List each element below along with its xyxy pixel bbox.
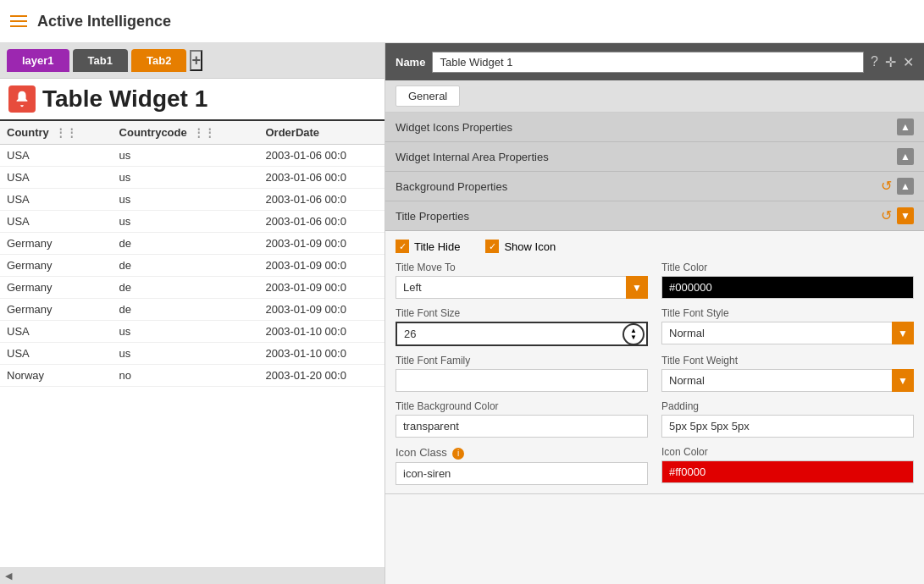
icon-class-input[interactable] <box>396 462 648 485</box>
section-widget-icons[interactable]: Widget Icons Properties ▲ <box>385 113 924 142</box>
table-cell: Germany <box>0 277 113 299</box>
table-cell: us <box>113 145 259 167</box>
icon-class-field: Icon Class i <box>396 446 648 485</box>
table-cell: 2003-01-06 00:0 <box>259 211 385 233</box>
section-widget-icons-label: Widget Icons Properties <box>396 121 897 134</box>
data-table-wrap[interactable]: Country ⋮⋮ Countrycode ⋮⋮ OrderDate USAu… <box>0 121 385 567</box>
panel-content[interactable]: Widget Icons Properties ▲ Widget Interna… <box>385 113 924 584</box>
section-title-props-chevron[interactable]: ▼ <box>897 207 914 224</box>
panel-header-icons: ? ✛ ✕ <box>871 54 914 70</box>
title-font-weight-select-wrap: Normal Bold Bolder Lighter ▼ <box>661 369 914 392</box>
section-title-props-controls: ↺ ▼ <box>881 207 914 224</box>
section-background-controls: ↺ ▲ <box>881 178 914 195</box>
drag-handle-countrycode[interactable]: ⋮⋮ <box>193 126 215 139</box>
table-cell: USA <box>0 211 113 233</box>
title-color-input[interactable] <box>661 276 914 299</box>
table-row: Germanyde2003-01-09 00:0 <box>0 233 385 255</box>
widget-header: Table Widget 1 <box>0 79 385 121</box>
help-icon[interactable]: ? <box>871 54 878 70</box>
title-font-style-select[interactable]: Normal Italic Oblique <box>661 322 914 344</box>
section-title-props-label: Title Properties <box>396 210 881 223</box>
section-background-refresh[interactable]: ↺ <box>881 178 892 195</box>
general-tab-button[interactable]: General <box>396 85 460 107</box>
icon-class-info-icon[interactable]: i <box>452 448 464 460</box>
title-move-to-label: Title Move To <box>396 262 648 273</box>
table-cell: 2003-01-09 00:0 <box>259 255 385 277</box>
table-row: USAus2003-01-06 00:0 <box>0 211 385 233</box>
col-header-orderdate: OrderDate <box>259 121 385 145</box>
section-widget-internal[interactable]: Widget Internal Area Properties ▲ <box>385 142 924 172</box>
section-background-chevron[interactable]: ▲ <box>897 178 914 195</box>
table-cell: 2003-01-06 00:0 <box>259 145 385 167</box>
title-font-family-input[interactable] <box>396 369 648 392</box>
table-cell: de <box>113 299 259 321</box>
drag-handle-country[interactable]: ⋮⋮ <box>55 126 77 139</box>
icon-class-label: Icon Class i <box>396 446 648 460</box>
table-cell: de <box>113 233 259 255</box>
padding-input[interactable] <box>661 415 914 438</box>
table-cell: 2003-01-06 00:0 <box>259 189 385 211</box>
form-grid: Title Move To Left Center Right ▼ Ti <box>396 262 914 485</box>
main-layout: layer1 Tab1 Tab2 + Table Widget 1 Countr… <box>0 43 924 584</box>
table-cell: USA <box>0 321 113 343</box>
table-row: Norwayno2003-01-20 00:0 <box>0 365 385 387</box>
data-table: Country ⋮⋮ Countrycode ⋮⋮ OrderDate USAu… <box>0 121 385 387</box>
show-icon-label: Show Icon <box>504 240 556 253</box>
title-hide-checkbox[interactable]: ✓ Title Hide <box>396 240 460 253</box>
move-icon[interactable]: ✛ <box>885 54 896 70</box>
title-move-to-select[interactable]: Left Center Right <box>396 276 648 299</box>
close-icon[interactable]: ✕ <box>903 54 914 70</box>
title-move-to-select-wrap: Left Center Right ▼ <box>396 276 648 299</box>
table-row: Germanyde2003-01-09 00:0 <box>0 255 385 277</box>
tab-layer1[interactable]: layer1 <box>7 49 69 72</box>
title-bg-color-label: Title Background Color <box>396 400 648 412</box>
left-panel: layer1 Tab1 Tab2 + Table Widget 1 Countr… <box>0 43 385 584</box>
spinner-down[interactable]: ▼ <box>630 334 637 341</box>
title-bg-color-input[interactable] <box>396 415 648 438</box>
table-cell: Germany <box>0 255 113 277</box>
section-title-props-refresh[interactable]: ↺ <box>881 207 892 224</box>
title-props-content: ✓ Title Hide ✓ Show Icon Title Move To <box>385 231 924 494</box>
section-title-props[interactable]: Title Properties ↺ ▼ <box>385 201 924 231</box>
right-panel: Name ? ✛ ✕ General Widget Icons Properti… <box>385 43 924 584</box>
section-widget-internal-chevron[interactable]: ▲ <box>897 148 914 165</box>
title-font-weight-select[interactable]: Normal Bold Bolder Lighter <box>661 369 914 392</box>
show-icon-checkbox[interactable]: ✓ Show Icon <box>485 240 556 253</box>
section-widget-icons-controls: ▲ <box>897 118 914 135</box>
table-cell: USA <box>0 167 113 189</box>
section-widget-icons-chevron[interactable]: ▲ <box>897 118 914 135</box>
left-scroll-tab[interactable]: ◀ <box>0 567 385 584</box>
padding-field: Padding <box>661 400 914 438</box>
table-cell: us <box>113 167 259 189</box>
table-row: USAus2003-01-06 00:0 <box>0 145 385 167</box>
table-cell: 2003-01-09 00:0 <box>259 299 385 321</box>
menu-icon[interactable] <box>10 15 27 27</box>
title-font-style-label: Title Font Style <box>661 307 914 319</box>
icon-color-input[interactable] <box>661 460 914 483</box>
tab-tab1[interactable]: Tab1 <box>73 49 128 72</box>
table-cell: USA <box>0 189 113 211</box>
table-cell: us <box>113 343 259 365</box>
table-cell: USA <box>0 145 113 167</box>
section-background[interactable]: Background Properties ↺ ▲ <box>385 172 924 201</box>
tab-tab2[interactable]: Tab2 <box>131 49 186 72</box>
table-row: USAus2003-01-06 00:0 <box>0 189 385 211</box>
table-row: Germanyde2003-01-09 00:0 <box>0 299 385 321</box>
table-cell: us <box>113 211 259 233</box>
general-tab-row: General <box>385 80 924 113</box>
title-hide-label: Title Hide <box>414 240 460 253</box>
title-font-size-field: Title Font Size ▲ ▼ <box>396 307 648 346</box>
table-cell: us <box>113 321 259 343</box>
widget-icon <box>8 85 36 113</box>
title-font-size-input[interactable] <box>396 322 648 346</box>
col-header-countrycode: Countrycode ⋮⋮ <box>113 121 259 145</box>
title-font-style-select-wrap: Normal Italic Oblique ▼ <box>661 322 914 344</box>
panel-header: Name ? ✛ ✕ <box>385 43 924 80</box>
col-header-country: Country ⋮⋮ <box>0 121 113 145</box>
font-size-spinner[interactable]: ▲ ▼ <box>622 323 645 345</box>
section-background-label: Background Properties <box>396 180 881 193</box>
name-input[interactable] <box>432 52 864 73</box>
table-row: USAus2003-01-10 00:0 <box>0 343 385 365</box>
add-tab-button[interactable]: + <box>190 50 202 71</box>
title-move-to-field: Title Move To Left Center Right ▼ <box>396 262 648 299</box>
